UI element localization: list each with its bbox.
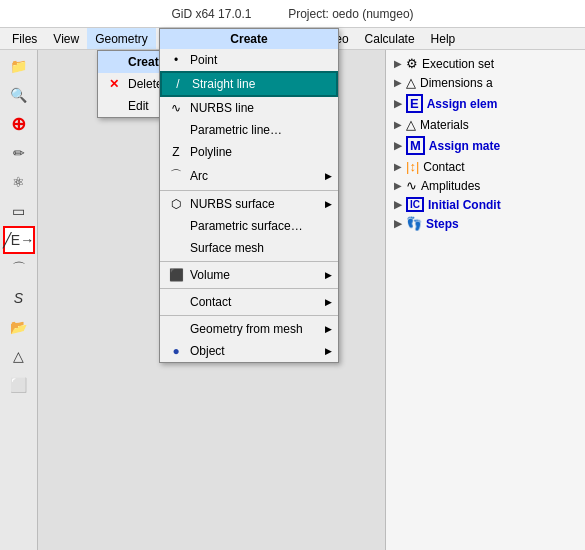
nurbs-surface-icon: ⬡ xyxy=(168,197,184,211)
materials-label: Materials xyxy=(420,118,469,132)
steps-label: Steps xyxy=(426,217,459,231)
assign-elem-label: Assign elem xyxy=(427,97,498,111)
create-point[interactable]: • Point xyxy=(160,49,338,71)
surface-mesh-label: Surface mesh xyxy=(190,241,264,255)
arrow-contact: ▶ xyxy=(394,161,402,172)
dimensions-icon: △ xyxy=(406,75,416,90)
dimensions-label: Dimensions a xyxy=(420,76,493,90)
amplitudes-icon: ∿ xyxy=(406,178,417,193)
arrow-amplitudes: ▶ xyxy=(394,180,402,191)
tool-add[interactable]: ⊕ xyxy=(3,110,35,138)
contact-panel-icon: |↕| xyxy=(406,159,419,174)
assign-mate-icon: M xyxy=(406,136,425,155)
contact-panel-label: Contact xyxy=(423,160,464,174)
point-label: Point xyxy=(190,53,217,67)
create-submenu-header: Create xyxy=(160,29,338,49)
straight-line-icon: / xyxy=(170,77,186,91)
nurbs-line-icon: ∿ xyxy=(168,101,184,115)
create-nurbs-line[interactable]: ∿ NURBS line xyxy=(160,97,338,119)
assign-elem-icon: E xyxy=(406,94,423,113)
execution-label: Execution set xyxy=(422,57,494,71)
create-parametric-surface[interactable]: Parametric surface… xyxy=(160,215,338,237)
initial-cond-label: Initial Condit xyxy=(428,198,501,212)
nurbs-line-label: NURBS line xyxy=(190,101,254,115)
panel-dimensions[interactable]: ▶ △ Dimensions a xyxy=(390,73,581,92)
edit-label: Edit xyxy=(128,99,149,113)
arrow-steps: ▶ xyxy=(394,218,402,229)
create-object[interactable]: ● Object xyxy=(160,340,338,362)
create-surface-mesh[interactable]: Surface mesh xyxy=(160,237,338,259)
panel-execution-set[interactable]: ▶ ⚙ Execution set xyxy=(390,54,581,73)
tool-quad[interactable]: ⬜ xyxy=(3,371,35,399)
menu-help[interactable]: Help xyxy=(423,28,464,49)
parametric-line-label: Parametric line… xyxy=(190,123,282,137)
app-name: GiD x64 17.0.1 xyxy=(171,7,251,21)
tool-arc2[interactable]: ⌒ xyxy=(3,255,35,283)
create-volume[interactable]: ⬛ Volume xyxy=(160,264,338,286)
tool-rect[interactable]: ▭ xyxy=(3,197,35,225)
arc-icon: ⌒ xyxy=(168,167,184,184)
materials-icon: △ xyxy=(406,117,416,132)
arrow-execution: ▶ xyxy=(394,58,402,69)
left-toolbar: 📁 🔍 ⊕ ✏ ⚛ ▭ ╱E→ ⌒ S 📂 △ ⬜ xyxy=(0,50,38,550)
tool-edit[interactable]: ✏ xyxy=(3,139,35,167)
panel-assign-elem[interactable]: ▶ E Assign elem xyxy=(390,92,581,115)
volume-icon: ⬛ xyxy=(168,268,184,282)
panel-steps[interactable]: ▶ 👣 Steps xyxy=(390,214,581,233)
panel-contact[interactable]: ▶ |↕| Contact xyxy=(390,157,581,176)
create-submenu: Create • Point / Straight line ∿ NURBS l… xyxy=(159,28,339,363)
nurbs-surface-label: NURBS surface xyxy=(190,197,275,211)
initial-cond-icon: IC xyxy=(406,197,424,212)
title-bar: GiD x64 17.0.1 Project: oedo (numgeo) xyxy=(0,0,585,28)
project-info: Project: oedo (numgeo) xyxy=(288,7,413,21)
menu-geometry[interactable]: Geometry xyxy=(87,28,156,49)
panel-materials[interactable]: ▶ △ Materials xyxy=(390,115,581,134)
panel-amplitudes[interactable]: ▶ ∿ Amplitudes xyxy=(390,176,581,195)
straight-line-label: Straight line xyxy=(192,77,255,91)
panel-assign-mate[interactable]: ▶ M Assign mate xyxy=(390,134,581,157)
menu-calculate[interactable]: Calculate xyxy=(357,28,423,49)
arrow-assign-elem: ▶ xyxy=(394,98,402,109)
polyline-label: Polyline xyxy=(190,145,232,159)
panel-initial-cond[interactable]: ▶ IC Initial Condit xyxy=(390,195,581,214)
execution-icon: ⚙ xyxy=(406,56,418,71)
geometry-from-mesh-label: Geometry from mesh xyxy=(190,322,303,336)
create-contact[interactable]: Contact xyxy=(160,291,338,313)
create-arc[interactable]: ⌒ Arc xyxy=(160,163,338,188)
menu-files[interactable]: Files xyxy=(4,28,45,49)
tool-atom[interactable]: ⚛ xyxy=(3,168,35,196)
parametric-surface-label: Parametric surface… xyxy=(190,219,303,233)
arc-label: Arc xyxy=(190,169,208,183)
tool-triangle[interactable]: △ xyxy=(3,342,35,370)
steps-icon: 👣 xyxy=(406,216,422,231)
create-polyline[interactable]: Z Polyline xyxy=(160,141,338,163)
create-geometry-from-mesh[interactable]: Geometry from mesh xyxy=(160,318,338,340)
object-label: Object xyxy=(190,344,225,358)
tool-folder[interactable]: 📁 xyxy=(3,52,35,80)
volume-label: Volume xyxy=(190,268,230,282)
assign-mate-label: Assign mate xyxy=(429,139,500,153)
create-parametric-line[interactable]: Parametric line… xyxy=(160,119,338,141)
object-icon: ● xyxy=(168,344,184,358)
point-icon: • xyxy=(168,53,184,67)
side-panel: ▶ ⚙ Execution set ▶ △ Dimensions a ▶ E A… xyxy=(385,50,585,550)
tool-zoom[interactable]: 🔍 xyxy=(3,81,35,109)
create-nurbs-surface[interactable]: ⬡ NURBS surface xyxy=(160,193,338,215)
separator-4 xyxy=(160,315,338,316)
delete-label: Delete xyxy=(128,77,163,91)
tool-curve[interactable]: S xyxy=(3,284,35,312)
delete-icon: ✕ xyxy=(106,77,122,91)
arrow-initial-cond: ▶ xyxy=(394,199,402,210)
menu-bar: Files View Geometry Utilities Data Mesh … xyxy=(0,28,585,50)
arrow-materials: ▶ xyxy=(394,119,402,130)
separator-2 xyxy=(160,261,338,262)
tool-line[interactable]: ╱E→ xyxy=(3,226,35,254)
contact-label: Contact xyxy=(190,295,231,309)
menu-view[interactable]: View xyxy=(45,28,87,49)
arrow-dimensions: ▶ xyxy=(394,77,402,88)
separator-1 xyxy=(160,190,338,191)
tool-folder2[interactable]: 📂 xyxy=(3,313,35,341)
create-straight-line[interactable]: / Straight line xyxy=(160,71,338,97)
separator-3 xyxy=(160,288,338,289)
amplitudes-label: Amplitudes xyxy=(421,179,480,193)
